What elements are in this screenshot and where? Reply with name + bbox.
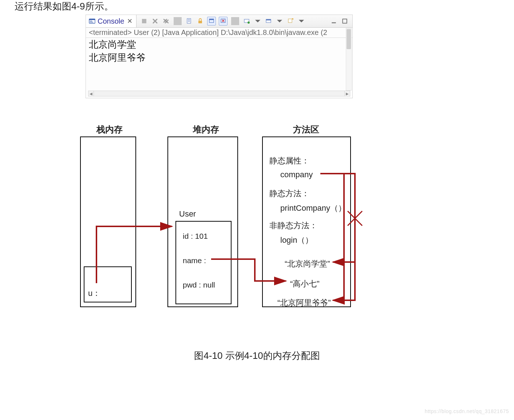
heap-pwd-field: pwd : null: [183, 281, 215, 289]
heap-box: User id : 101 name : pwd : null: [167, 136, 238, 307]
console-panel: Console ✕: [86, 15, 353, 98]
svg-point-18: [292, 19, 293, 20]
svg-rect-7: [188, 20, 190, 21]
watermark: https://blog.csdn.net/qq_31821675: [425, 408, 509, 414]
console-tabbar: Console ✕: [86, 15, 352, 28]
scrollbar-thumb[interactable]: [347, 29, 351, 49]
svg-rect-16: [266, 19, 271, 20]
string-literal-2: “高小七”: [290, 278, 320, 289]
svg-rect-5: [187, 19, 191, 23]
method-area-box: 静态属性： company 静态方法： printCompany（） 非静态方法…: [262, 136, 351, 307]
heap-label: 堆内存: [193, 124, 219, 135]
svg-rect-11: [209, 19, 214, 20]
svg-rect-8: [188, 21, 190, 22]
console-window-controls: [330, 17, 352, 25]
figure-caption: 图4-10 示例4-10的内存分配图: [0, 349, 514, 362]
console-output: 北京尚学堂 北京阿里爷爷: [86, 38, 352, 64]
static-method-label: 静态方法：: [269, 188, 309, 199]
svg-rect-17: [288, 19, 292, 23]
stack-frame: u：: [84, 266, 132, 302]
toolbar-separator: [174, 17, 182, 25]
nonstatic-method-label: 非静态方法：: [269, 220, 317, 231]
svg-rect-3: [90, 22, 93, 22]
terminated-line: <terminated> User (2) [Java Application]…: [86, 28, 352, 38]
heap-id-field: id : 101: [183, 232, 208, 241]
console-output-line: 北京阿里爷爷: [89, 51, 349, 64]
method-area-label: 方法区: [293, 124, 319, 135]
console-tab[interactable]: Console ✕: [86, 15, 137, 27]
string-literal-1: “北京尚学堂”: [285, 258, 330, 269]
svg-rect-9: [198, 21, 202, 23]
remove-launch-icon[interactable]: [151, 17, 159, 25]
svg-rect-4: [142, 19, 146, 23]
svg-rect-6: [188, 19, 190, 20]
stop-icon[interactable]: [140, 17, 148, 25]
svg-rect-20: [343, 19, 347, 23]
svg-rect-2: [90, 21, 92, 21]
string-literal-3: “北京阿里爷爷”: [277, 297, 331, 308]
scroll-right-icon[interactable]: ▶: [344, 91, 350, 96]
static-prop-label: 静态属性：: [269, 155, 309, 166]
memory-diagram: 栈内存 堆内存 方法区 u： User id : 101 name : pwd …: [66, 113, 368, 317]
static-method: printCompany（）: [280, 203, 346, 214]
maximize-icon[interactable]: [341, 17, 349, 25]
show-console-icon[interactable]: [219, 17, 228, 25]
stack-label: 栈内存: [96, 124, 123, 135]
heap-class-name: User: [179, 209, 196, 219]
minimize-icon[interactable]: [330, 17, 338, 25]
display-selected-icon[interactable]: [243, 17, 251, 25]
console-output-line: 北京尚学堂: [89, 38, 349, 51]
new-console-icon[interactable]: [286, 17, 294, 25]
dropdown-icon-3[interactable]: [297, 17, 305, 25]
scroll-left-icon[interactable]: ◀: [88, 91, 94, 96]
heap-name-field: name :: [183, 256, 206, 265]
toolbar-separator-2: [231, 17, 239, 25]
vertical-scrollbar[interactable]: [346, 28, 352, 91]
horizontal-scrollbar[interactable]: ◀ ▶: [88, 91, 350, 96]
intro-text: 运行结果如图4-9所示。: [15, 0, 114, 13]
svg-rect-1: [89, 19, 95, 20]
console-tab-label: Console: [98, 17, 124, 25]
stack-box: u：: [80, 136, 136, 307]
scroll-lock-icon[interactable]: [196, 17, 204, 25]
dropdown-icon-2[interactable]: [276, 17, 284, 25]
svg-point-14: [248, 21, 250, 24]
svg-rect-19: [332, 22, 336, 23]
remove-all-icon[interactable]: [162, 17, 170, 25]
console-toolbar: [137, 17, 305, 25]
heap-object: id : 101 name : pwd : null: [175, 221, 232, 304]
static-prop: company: [280, 170, 313, 179]
page-root: 运行结果如图4-9所示。 Console ✕: [0, 0, 514, 420]
dropdown-icon[interactable]: [254, 17, 262, 25]
open-console-icon[interactable]: [265, 17, 273, 25]
tab-close-icon[interactable]: ✕: [127, 17, 133, 25]
nonstatic-method: login（）: [280, 235, 313, 246]
console-icon: [89, 18, 95, 24]
stack-var: u：: [88, 288, 100, 299]
pin-console-icon[interactable]: [207, 17, 216, 25]
clear-icon[interactable]: [185, 17, 193, 25]
